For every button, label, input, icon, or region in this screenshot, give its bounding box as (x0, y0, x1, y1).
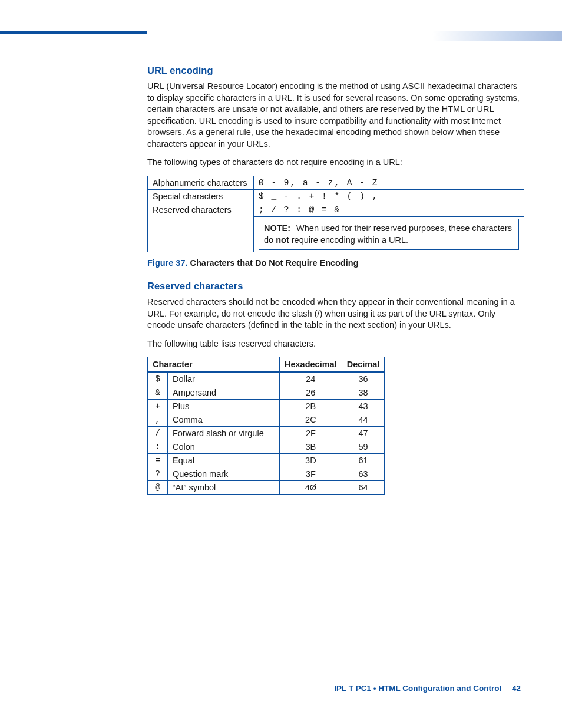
cell-sym: , (148, 413, 168, 427)
para-reserved-intro: Reserved characters should not be encode… (147, 297, 524, 331)
cell-sym: = (148, 454, 168, 467)
cell-hex: 24 (280, 372, 342, 386)
figure-title: Characters that Do Not Require Encoding (188, 258, 359, 268)
note-label: NOTE: (264, 223, 296, 233)
cell-dec: 44 (342, 413, 385, 427)
cell-dec: 43 (342, 400, 385, 413)
heading-reserved-characters: Reserved characters (147, 281, 524, 292)
cell-hex: 3F (280, 467, 342, 481)
figure-caption-37: Figure 37. Characters that Do Not Requir… (147, 258, 524, 268)
cell-sym: / (148, 427, 168, 440)
cell-value: ; / ? : @ = & (254, 203, 524, 216)
col-character: Character (148, 357, 280, 373)
cell-sym: & (148, 386, 168, 400)
cell-hex: 2F (280, 427, 342, 440)
cell-sym: $ (148, 372, 168, 386)
cell-hex: 3B (280, 440, 342, 454)
cell-value: $ _ - . + ! * ( ) , (254, 189, 524, 203)
table-row: Special characters $ _ - . + ! * ( ) , (148, 189, 524, 203)
cell-hex: 2C (280, 413, 342, 427)
note-text-after: require encoding within a URL. (289, 235, 408, 245)
table-row: &Ampersand2638 (148, 386, 385, 400)
cell-label: Special characters (148, 189, 254, 203)
cell-label: Alphanumeric characters (148, 176, 254, 189)
para-url-encoding-intro: URL (Universal Resource Locator) encodin… (147, 81, 524, 150)
cell-dec: 38 (342, 386, 385, 400)
col-hex: Hexadecimal (280, 357, 342, 373)
cell-label: Reserved characters (148, 203, 254, 252)
cell-sym: @ (148, 481, 168, 495)
cell-dec: 47 (342, 427, 385, 440)
cell-hex: 4Ø (280, 481, 342, 495)
cell-dec: 36 (342, 372, 385, 386)
figure-number: Figure 37. (147, 258, 188, 268)
table-row: +Plus2B43 (148, 400, 385, 413)
header-gradient (432, 31, 562, 41)
cell-name: Equal (168, 454, 280, 467)
cell-name: Dollar (168, 372, 280, 386)
table-no-encoding: Alphanumeric characters Ø - 9, a - z, A … (147, 176, 524, 252)
cell-hex: 26 (280, 386, 342, 400)
table-row: :Colon3B59 (148, 440, 385, 454)
cell-sym: ? (148, 467, 168, 481)
cell-hex: 3D (280, 454, 342, 467)
para-no-encoding-lead: The following types of characters do not… (147, 157, 524, 169)
cell-name: Comma (168, 413, 280, 427)
table-header-row: Character Hexadecimal Decimal (148, 357, 385, 373)
cell-sym: + (148, 400, 168, 413)
cell-name: Ampersand (168, 386, 280, 400)
table-row: =Equal3D61 (148, 454, 385, 467)
cell-sym: : (148, 440, 168, 454)
header-rule (0, 31, 147, 34)
cell-dec: 64 (342, 481, 385, 495)
cell-hex: 2B (280, 400, 342, 413)
cell-name: Forward slash or virgule (168, 427, 280, 440)
table-row: @“At” symbol4Ø64 (148, 481, 385, 495)
cell-name: “At” symbol (168, 481, 280, 495)
table-reserved-characters: Character Hexadecimal Decimal $Dollar243… (147, 357, 385, 495)
table-row: Reserved characters ; / ? : @ = & (148, 203, 524, 216)
page-number: 42 (504, 684, 521, 693)
page-footer: IPL T PC1 • HTML Configuration and Contr… (334, 684, 521, 693)
footer-text: IPL T PC1 • HTML Configuration and Contr… (334, 684, 501, 693)
cell-name: Question mark (168, 467, 280, 481)
cell-dec: 63 (342, 467, 385, 481)
table-row: ,Comma2C44 (148, 413, 385, 427)
cell-value: Ø - 9, a - z, A - Z (254, 176, 524, 189)
cell-name: Colon (168, 440, 280, 454)
note-box: NOTE:When used for their reserved purpos… (259, 219, 519, 250)
col-dec: Decimal (342, 357, 385, 373)
cell-name: Plus (168, 400, 280, 413)
page-content: URL encoding URL (Universal Resource Loc… (147, 65, 524, 495)
table-row: Alphanumeric characters Ø - 9, a - z, A … (148, 176, 524, 189)
para-reserved-lead: The following table lists reserved chara… (147, 338, 524, 350)
cell-dec: 61 (342, 454, 385, 467)
note-bold: not (276, 235, 289, 245)
table-row: /Forward slash or virgule2F47 (148, 427, 385, 440)
note-cell: NOTE:When used for their reserved purpos… (254, 216, 524, 252)
heading-url-encoding: URL encoding (147, 65, 524, 76)
cell-dec: 59 (342, 440, 385, 454)
table-row: ?Question mark3F63 (148, 467, 385, 481)
table-row: $Dollar2436 (148, 372, 385, 386)
